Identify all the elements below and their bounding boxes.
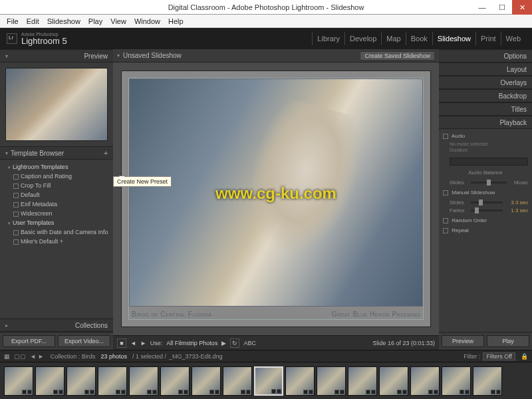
module-library[interactable]: Library <box>312 32 344 45</box>
template-item[interactable]: Mike's Default + <box>4 237 109 246</box>
template-item[interactable]: Default <box>4 190 109 200</box>
module-develop[interactable]: Develop <box>344 32 381 45</box>
center-stage: ▾ Unsaved Slideshow Create Saved Slidesh… <box>113 49 439 350</box>
random-order-checkbox[interactable] <box>443 218 448 223</box>
badge-icon <box>277 389 281 394</box>
badge-icon <box>434 390 438 394</box>
window-maximize-button[interactable]: ☐ <box>492 0 512 15</box>
filmstrip-info-bar: ▦ ▢▢ ◄ ► Collection : Birds 23 photos / … <box>0 350 532 362</box>
filmstrip-thumb[interactable] <box>285 366 315 396</box>
manual-slideshow-checkbox[interactable] <box>443 190 448 196</box>
collection-label[interactable]: Collection : Birds <box>51 353 96 360</box>
grid-view-icon[interactable]: ▦ <box>4 353 10 360</box>
filter-lock-icon[interactable]: 🔒 <box>521 353 528 360</box>
menu-help[interactable]: Help <box>164 17 188 25</box>
use-dropdown[interactable]: All Filmstrip Photos <box>166 340 217 346</box>
secondary-display-icon[interactable]: ▢▢ <box>14 353 26 360</box>
template-item[interactable]: Crop To Fill <box>4 181 109 190</box>
menu-file[interactable]: File <box>3 17 23 25</box>
filmstrip-thumb[interactable] <box>410 366 440 396</box>
playback-panel-header[interactable]: Playback <box>499 119 527 126</box>
overlays-panel-header[interactable]: Overlays <box>501 79 527 86</box>
chevron-down-icon[interactable]: ▾ <box>5 53 8 59</box>
template-icon <box>13 193 19 198</box>
menu-edit[interactable]: Edit <box>23 17 43 25</box>
filmstrip-thumb[interactable] <box>4 366 33 396</box>
rotate-button[interactable]: ↻ <box>230 338 239 348</box>
repeat-label: Repeat <box>452 227 469 233</box>
product-label: Lightroom 5 <box>21 36 67 46</box>
template-item[interactable]: Basic with Date and Camera Info <box>4 227 109 237</box>
filmstrip-thumb[interactable] <box>35 366 65 396</box>
badge-icon <box>309 390 313 394</box>
menu-window[interactable]: Window <box>130 17 164 25</box>
menu-play[interactable]: Play <box>84 17 106 25</box>
module-book[interactable]: Book <box>406 32 432 45</box>
template-group-lightroom[interactable]: Lightroom Templates <box>4 162 109 172</box>
filmstrip-thumb[interactable] <box>129 366 158 396</box>
filmstrip[interactable] <box>0 362 532 399</box>
play-button[interactable]: Play <box>487 335 529 347</box>
template-item[interactable]: Widescreen <box>4 209 109 218</box>
add-template-button[interactable]: + <box>104 150 108 157</box>
template-item[interactable]: Caption and Rating <box>4 172 109 181</box>
backdrop-panel-header[interactable]: Backdrop <box>499 92 527 100</box>
preview-thumbnail <box>0 63 113 146</box>
export-pdf-button[interactable]: Export PDF... <box>3 335 55 347</box>
chevron-right-icon[interactable]: ▸ <box>5 323 8 329</box>
slides-duration-slider[interactable] <box>471 201 503 203</box>
filmstrip-thumb[interactable] <box>160 366 190 396</box>
badge-icon <box>366 390 370 394</box>
nav-fwd-icon[interactable]: ► <box>38 353 44 360</box>
module-web[interactable]: Web <box>501 32 525 45</box>
preview-panel-header[interactable]: Preview <box>84 53 108 60</box>
chevron-down-icon[interactable]: ▾ <box>117 53 120 59</box>
filmstrip-thumb[interactable] <box>98 366 127 396</box>
filmstrip-thumb[interactable] <box>66 366 96 396</box>
titles-panel-header[interactable]: Titles <box>511 106 527 113</box>
export-video-button[interactable]: Export Video... <box>58 335 110 347</box>
template-browser-header[interactable]: Template Browser <box>11 150 64 157</box>
chevron-down-icon[interactable]: ▾ <box>5 150 8 156</box>
window-minimize-button[interactable]: — <box>472 0 492 15</box>
fades-duration-slider[interactable] <box>471 209 503 211</box>
filter-label: Filter : <box>464 353 480 360</box>
repeat-checkbox[interactable] <box>443 228 448 233</box>
filmstrip-thumb[interactable] <box>223 366 252 396</box>
layout-panel-header[interactable]: Layout <box>507 66 527 73</box>
menu-slideshow[interactable]: Slideshow <box>43 17 84 25</box>
filter-dropdown[interactable]: Filters Off <box>483 352 515 360</box>
badge-icon <box>184 390 188 394</box>
filmstrip-thumb[interactable] <box>254 366 283 396</box>
preview-button[interactable]: Preview <box>442 335 484 347</box>
filmstrip-thumb[interactable] <box>442 366 471 396</box>
filmstrip-thumb[interactable] <box>348 366 377 396</box>
audio-checkbox[interactable] <box>443 134 448 139</box>
play-preview-button[interactable]: ▶ <box>221 340 226 346</box>
module-map[interactable]: Map <box>381 32 405 45</box>
template-icon <box>13 211 19 217</box>
filmstrip-thumb[interactable] <box>379 366 408 396</box>
nav-back-icon[interactable]: ◄ <box>30 353 36 360</box>
text-overlay-button[interactable]: ABC <box>243 340 256 346</box>
next-slide-button[interactable]: ► <box>140 340 146 346</box>
stop-button[interactable]: ■ <box>117 338 126 348</box>
filmstrip-thumb[interactable] <box>192 366 221 396</box>
module-print[interactable]: Print <box>475 32 501 45</box>
options-panel-header[interactable]: Options <box>504 53 527 60</box>
filmstrip-thumb[interactable] <box>317 366 346 396</box>
prev-slide-button[interactable]: ◄ <box>130 340 136 346</box>
collections-panel-header[interactable]: Collections <box>75 322 108 329</box>
create-saved-slideshow-button[interactable]: Create Saved Slideshow <box>360 51 435 61</box>
filmstrip-thumb[interactable] <box>473 366 502 396</box>
left-panel: ▾Preview ▾Template Browser + Lightroom T… <box>0 49 113 350</box>
template-item[interactable]: Exif Metadata <box>4 200 109 209</box>
balance-slider[interactable] <box>471 182 507 184</box>
menu-view[interactable]: View <box>106 17 130 25</box>
badge-icon <box>465 390 469 394</box>
window-close-button[interactable]: ✕ <box>512 0 532 15</box>
audio-well[interactable] <box>450 158 528 166</box>
template-group-user[interactable]: User Templates <box>4 218 109 227</box>
template-icon <box>13 230 19 235</box>
module-slideshow[interactable]: Slideshow <box>432 32 475 45</box>
